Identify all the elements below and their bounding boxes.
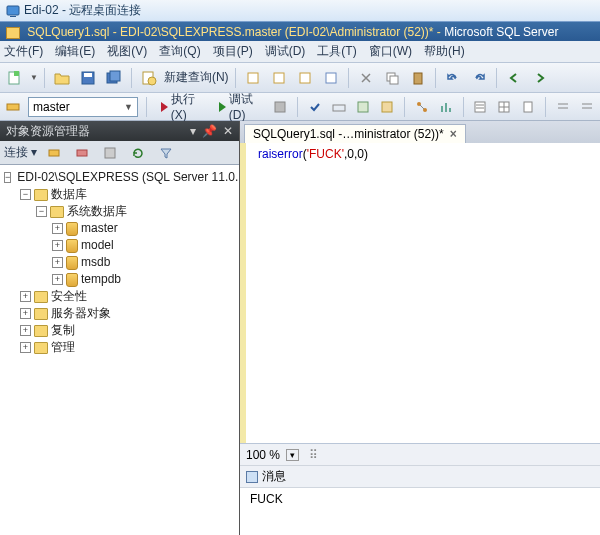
dropdown-icon: ▼	[124, 102, 133, 112]
stop-button-2[interactable]	[99, 142, 121, 164]
tree-db-msdb[interactable]: +msdb	[2, 254, 237, 271]
nav-fwd-button[interactable]	[529, 67, 551, 89]
panel-dropdown-icon[interactable]: ▾	[190, 124, 196, 138]
save-all-button[interactable]	[103, 67, 125, 89]
collapse-icon[interactable]: −	[36, 206, 47, 217]
svg-rect-5	[84, 73, 92, 77]
disconnect-button[interactable]	[71, 142, 93, 164]
messages-tab[interactable]: 消息	[262, 468, 286, 485]
intellisense-button[interactable]	[378, 96, 396, 118]
nav-back-button[interactable]	[503, 67, 525, 89]
results-to-text-button[interactable]	[471, 96, 489, 118]
refresh-button[interactable]	[127, 142, 149, 164]
menu-file[interactable]: 文件(F)	[4, 43, 43, 60]
menu-view[interactable]: 视图(V)	[107, 43, 147, 60]
tab-close-icon[interactable]: ×	[450, 127, 457, 141]
redo-button[interactable]	[468, 67, 490, 89]
tree-db-model[interactable]: +model	[2, 237, 237, 254]
stop-button[interactable]	[271, 96, 289, 118]
database-icon	[66, 222, 78, 236]
tree-management-node[interactable]: +管理	[2, 339, 237, 356]
menu-tools[interactable]: 工具(T)	[317, 43, 356, 60]
debug-button[interactable]: 调试(D)	[213, 89, 265, 124]
tree-db-label: model	[81, 237, 114, 254]
execute-button[interactable]: 执行(X)	[155, 89, 207, 124]
database-icon	[66, 239, 78, 253]
svg-rect-38	[49, 150, 59, 156]
uncomment-button[interactable]	[578, 96, 596, 118]
new-query-label[interactable]: 新建查询(N)	[164, 69, 229, 86]
tb-btn-d[interactable]	[320, 67, 342, 89]
panel-close-icon[interactable]: ✕	[223, 124, 233, 138]
svg-rect-0	[7, 6, 19, 15]
collapse-icon[interactable]: −	[20, 189, 31, 200]
code-editor[interactable]: raiserror('FUCK',0,0)	[240, 143, 600, 443]
include-plan-button[interactable]	[413, 96, 431, 118]
object-tree[interactable]: −EDI-02\SQLEXPRESS (SQL Server 11.0. −数据…	[0, 165, 239, 535]
zoom-value[interactable]: 100 %	[246, 448, 280, 462]
separator	[404, 97, 405, 117]
collapse-icon[interactable]: −	[4, 172, 11, 183]
tree-db-master[interactable]: +master	[2, 220, 237, 237]
filter-button[interactable]	[155, 142, 177, 164]
folder-icon	[34, 325, 48, 337]
expand-icon[interactable]: +	[20, 325, 31, 336]
expand-icon[interactable]: +	[20, 308, 31, 319]
dropdown-icon[interactable]: ▼	[30, 73, 38, 82]
folder-icon	[34, 291, 48, 303]
database-selector[interactable]: master ▼	[28, 97, 138, 117]
include-stats-button[interactable]	[437, 96, 455, 118]
tree-security-node[interactable]: +安全性	[2, 288, 237, 305]
messages-pane[interactable]: FUCK	[240, 487, 600, 535]
svg-rect-15	[390, 76, 398, 84]
separator	[235, 68, 236, 88]
paste-button[interactable]	[407, 67, 429, 89]
menu-help[interactable]: 帮助(H)	[424, 43, 465, 60]
splitter-icon[interactable]: ⠿	[309, 448, 318, 462]
comment-button[interactable]	[554, 96, 572, 118]
open-file-button[interactable]	[51, 67, 73, 89]
menu-query[interactable]: 查询(Q)	[159, 43, 200, 60]
tb-btn-b[interactable]	[268, 67, 290, 89]
tree-management-label: 管理	[51, 339, 75, 356]
expand-icon[interactable]: +	[52, 274, 63, 285]
panel-pin-icon[interactable]: 📌	[202, 124, 217, 138]
expand-icon[interactable]: +	[20, 291, 31, 302]
menu-window[interactable]: 窗口(W)	[369, 43, 412, 60]
new-query-button[interactable]	[138, 67, 160, 89]
connect-button[interactable]	[43, 142, 65, 164]
new-project-button[interactable]	[4, 67, 26, 89]
results-to-file-button[interactable]	[519, 96, 537, 118]
debug-label: 调试(D)	[229, 91, 259, 122]
connection-button[interactable]	[4, 96, 22, 118]
expand-icon[interactable]: +	[52, 257, 63, 268]
expand-icon[interactable]: +	[52, 240, 63, 251]
tree-databases-node[interactable]: −数据库	[2, 186, 237, 203]
results-to-grid-button[interactable]	[495, 96, 513, 118]
menu-project[interactable]: 项目(P)	[213, 43, 253, 60]
parse-button[interactable]	[306, 96, 324, 118]
tb-btn-a[interactable]	[242, 67, 264, 89]
zoom-dropdown-icon[interactable]: ▾	[286, 449, 299, 461]
svg-rect-26	[449, 108, 451, 112]
expand-icon[interactable]: +	[20, 342, 31, 353]
expand-icon[interactable]: +	[52, 223, 63, 234]
editor-tab[interactable]: SQLQuery1.sql -…ministrator (52))* ×	[244, 124, 466, 143]
tree-db-tempdb[interactable]: +tempdb	[2, 271, 237, 288]
menu-edit[interactable]: 编辑(E)	[55, 43, 95, 60]
estimated-plan-button[interactable]	[330, 96, 348, 118]
tree-serverobj-node[interactable]: +服务器对象	[2, 305, 237, 322]
menu-debug[interactable]: 调试(D)	[265, 43, 306, 60]
tree-replication-node[interactable]: +复制	[2, 322, 237, 339]
save-button[interactable]	[77, 67, 99, 89]
query-options-button[interactable]	[354, 96, 372, 118]
tree-server-node[interactable]: −EDI-02\SQLEXPRESS (SQL Server 11.0.	[2, 169, 237, 186]
tree-sysdb-node[interactable]: −系统数据库	[2, 203, 237, 220]
main-area: 对象资源管理器 ▾ 📌 ✕ 连接 ▾ −EDI-02\SQLEXPRESS (S…	[0, 121, 600, 535]
cut-button[interactable]	[355, 67, 377, 89]
copy-button[interactable]	[381, 67, 403, 89]
connect-dropdown[interactable]: 连接 ▾	[4, 144, 37, 161]
undo-button[interactable]	[442, 67, 464, 89]
separator	[297, 97, 298, 117]
tb-btn-c[interactable]	[294, 67, 316, 89]
